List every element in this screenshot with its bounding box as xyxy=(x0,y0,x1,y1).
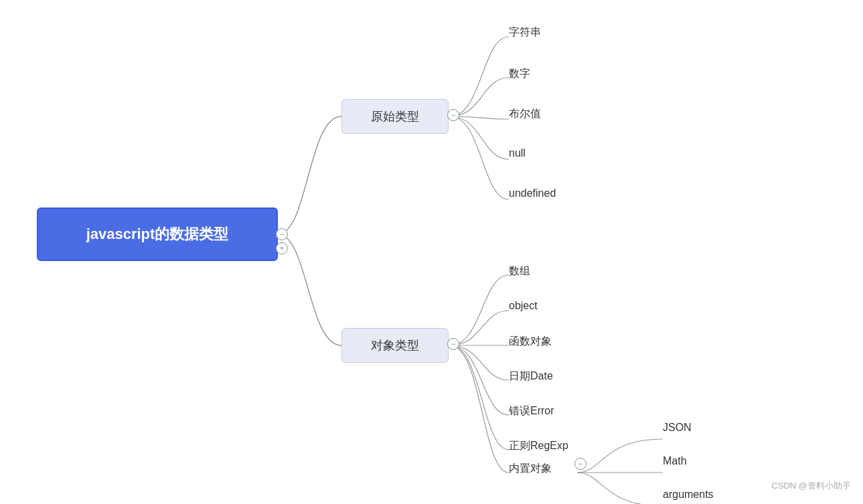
leaf-undefined: undefined xyxy=(509,187,556,199)
builtin-toggle[interactable]: − xyxy=(574,458,586,470)
root-node: javascript的数据类型 xyxy=(37,207,278,261)
primitive-toggle[interactable]: − xyxy=(447,109,459,121)
leaf-function: 函数对象 xyxy=(509,335,552,349)
leaf-number: 数字 xyxy=(509,67,530,81)
leaf-null: null xyxy=(509,147,526,159)
leaf-error: 错误Error xyxy=(509,404,554,418)
subleaf-math: Math xyxy=(663,455,687,467)
leaf-regexp: 正则RegExp xyxy=(509,439,568,453)
subleaf-json: JSON xyxy=(663,422,692,434)
mind-map-canvas: javascript的数据类型 − + 原始类型 − 对象类型 − 字符串 数字… xyxy=(0,0,863,504)
leaf-builtin: 内置对象 xyxy=(509,462,552,476)
leaf-boolean: 布尔值 xyxy=(509,107,541,121)
subleaf-arguments: arguments xyxy=(663,489,714,501)
object-toggle[interactable]: − xyxy=(447,338,459,350)
leaf-string: 字符串 xyxy=(509,25,541,39)
root-toggle-plus[interactable]: + xyxy=(276,242,288,254)
leaf-date: 日期Date xyxy=(509,369,553,384)
watermark: CSDN @资料小助手 xyxy=(771,480,851,492)
primitive-node: 原始类型 xyxy=(341,99,449,134)
root-toggle-minus[interactable]: − xyxy=(276,228,288,240)
leaf-array: 数组 xyxy=(509,264,530,278)
leaf-object: object xyxy=(509,300,538,312)
object-node: 对象类型 xyxy=(341,328,449,363)
